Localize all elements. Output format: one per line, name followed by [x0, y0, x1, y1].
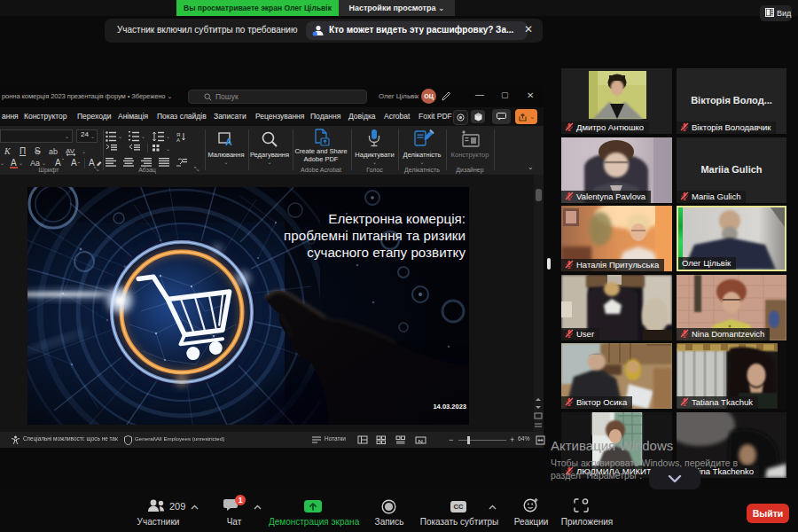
- svg-text:A: A: [225, 137, 232, 147]
- svg-text:A: A: [11, 158, 17, 168]
- svg-text:К: К: [4, 146, 12, 156]
- svg-text:⌄: ⌄: [118, 134, 122, 139]
- svg-text:14.03.2023: 14.03.2023: [433, 403, 466, 411]
- svg-text:⌄: ⌄: [0, 160, 4, 166]
- svg-text:S: S: [35, 146, 41, 156]
- svg-text:⌄: ⌄: [166, 134, 170, 139]
- svg-text:сучасного етапу розвитку: сучасного етапу розвитку: [307, 245, 466, 260]
- svg-text:⌄: ⌄: [19, 160, 23, 166]
- svg-text:проблемні питання та ризики: проблемні питання та ризики: [284, 228, 466, 243]
- svg-text:П: П: [20, 146, 26, 156]
- svg-text:⌄: ⌄: [141, 134, 145, 139]
- svg-text:Електронна комерція:: Електронна комерція:: [328, 211, 466, 226]
- svg-text:ˆ: ˆ: [62, 158, 64, 163]
- svg-text:⌄: ⌄: [82, 149, 86, 154]
- svg-text:⌄: ⌄: [42, 160, 46, 166]
- svg-text:⌄: ⌄: [166, 146, 170, 152]
- svg-text:А: А: [176, 137, 180, 143]
- svg-text:ab: ab: [49, 147, 58, 156]
